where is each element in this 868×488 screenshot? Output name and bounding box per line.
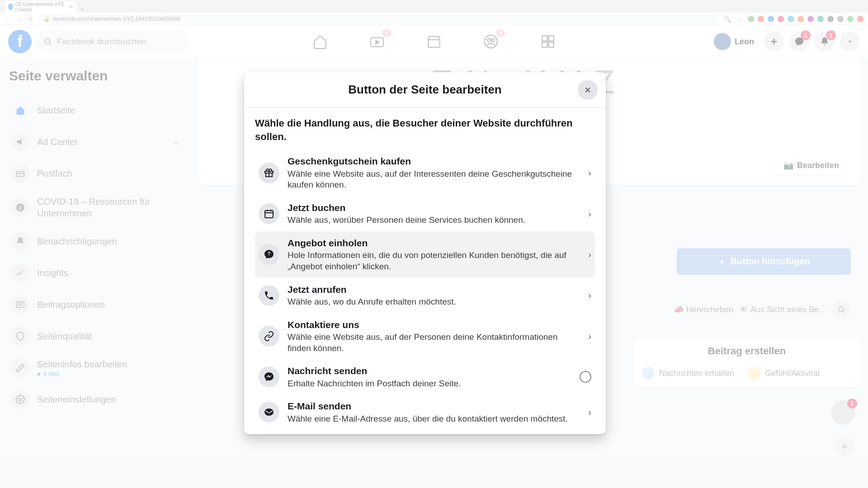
option-title: Geschenkgutschein kaufen [288, 155, 580, 167]
option-send-email[interactable]: E-Mail sendenWähle eine E-Mail-Adresse a… [255, 394, 595, 430]
chevron-right-icon: › [588, 407, 591, 418]
option-title: Jetzt buchen [288, 202, 580, 214]
modal-body: Wähle die Handlung aus, die Besucher dei… [244, 108, 606, 434]
svg-rect-26 [265, 211, 273, 218]
email-icon [259, 402, 279, 422]
modal-header: Button der Seite bearbeiten [244, 72, 606, 108]
option-title: Kontaktiere uns [288, 319, 580, 331]
modal-title: Button der Seite bearbeiten [348, 83, 502, 97]
chevron-right-icon: › [588, 331, 591, 342]
option-title: Nachricht senden [288, 365, 571, 377]
close-button[interactable] [578, 80, 598, 100]
option-gift-card[interactable]: Geschenkgutschein kaufenWähle eine Websi… [255, 150, 595, 196]
quote-icon: ? [259, 244, 279, 265]
option-desc: Hole Informationen ein, die du von poten… [288, 250, 580, 272]
option-book-now[interactable]: Jetzt buchenWähle aus, worüber Personen … [255, 196, 595, 231]
option-get-quote[interactable]: ? Angebot einholenHole Informationen ein… [255, 231, 595, 278]
calendar-icon [259, 203, 279, 224]
svg-text:?: ? [268, 251, 271, 256]
messenger-icon [259, 366, 279, 387]
link-icon [259, 326, 279, 347]
option-title: Jetzt anrufen [288, 283, 580, 296]
option-desc: Wähle eine E-Mail-Adresse aus, über die … [288, 413, 580, 425]
option-title: Angebot einholen [288, 237, 580, 249]
chevron-right-icon: › [588, 249, 591, 260]
edit-page-button-modal: Button der Seite bearbeiten Wähle die Ha… [244, 72, 606, 434]
chevron-right-icon: › [588, 168, 591, 178]
radio-icon [580, 371, 591, 383]
option-call-now[interactable]: Jetzt anrufenWähle aus, wo du Anrufe erh… [255, 278, 595, 313]
modal-prompt: Wähle die Handlung aus, die Besucher dei… [255, 117, 595, 143]
option-desc: Wähle eine Website aus, auf der Personen… [288, 332, 580, 354]
phone-icon [259, 285, 279, 306]
gift-icon [259, 163, 279, 183]
option-desc: Wähle aus, wo du Anrufe erhalten möchtes… [288, 296, 580, 308]
option-desc: Erhalte Nachrichten im Postfach deiner S… [288, 378, 571, 389]
option-title: E-Mail senden [288, 400, 580, 412]
option-desc: Wähle aus, worüber Personen deine Servic… [288, 215, 580, 226]
option-contact-us[interactable]: Kontaktiere unsWähle eine Website aus, a… [255, 313, 595, 360]
chevron-right-icon: › [588, 209, 591, 219]
chevron-right-icon: › [588, 290, 591, 300]
option-send-message[interactable]: Nachricht sendenErhalte Nachrichten im P… [255, 359, 595, 394]
svg-point-31 [264, 408, 274, 416]
option-desc: Wähle eine Website aus, auf der Interess… [288, 169, 580, 191]
